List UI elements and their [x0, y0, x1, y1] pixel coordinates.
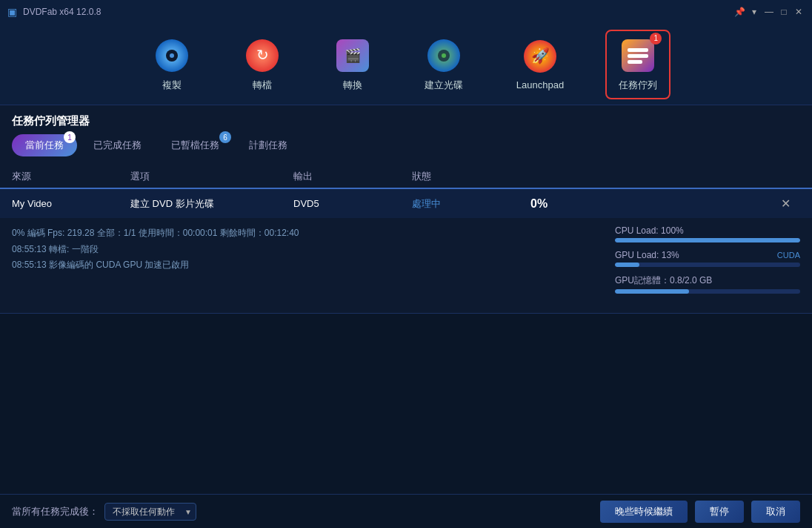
maximize-button[interactable]: □ [778, 6, 790, 18]
table-row: My Video 建立 DVD 影片光碟 DVD5 處理中 0% ✕ 0% 編碼… [0, 189, 812, 314]
copy-icon [153, 37, 190, 74]
mem-label: GPU記憶體：0.8/2.0 GB [615, 274, 712, 287]
main-content: 任務佇列管理器 當前任務 1 已完成任務 已暫檔任務 6 計劃任務 來源 選項 … [0, 105, 812, 314]
col-output: 輸出 [293, 170, 412, 183]
task-close-button[interactable]: ✕ [771, 197, 800, 211]
tab-cancelled[interactable]: 已暫檔任務 6 [158, 134, 233, 156]
completion-label: 當所有任務完成後： [12, 505, 99, 518]
nav-label-copy: 複製 [162, 79, 182, 92]
titlebar-left: ▣ DVDFab x64 12.0.8 [7, 6, 101, 18]
titlebar: ▣ DVDFab x64 12.0.8 📌 ▾ — □ ✕ [0, 0, 812, 24]
log-line-1: 0% 編碼 Fps: 219.28 全部：1/1 使用時間：00:00:01 剩… [12, 225, 299, 242]
svg-point-2 [170, 53, 174, 58]
gpu-bar-container [615, 263, 800, 267]
task-log: 0% 編碼 Fps: 219.28 全部：1/1 使用時間：00:00:01 剩… [12, 225, 299, 301]
transform-icon: 🎬 [334, 37, 371, 74]
gpu-stat-row: GPU Load: 13% CUDA [615, 250, 800, 267]
col-extra [530, 170, 800, 183]
cancel-button[interactable]: 取消 [751, 501, 800, 523]
dropdown-wrapper[interactable]: 不採取任何動作關機休眠登出 ▼ [104, 503, 196, 521]
app-logo: ▣ [7, 6, 17, 18]
task-option: 建立 DVD 影片光碟 [130, 197, 293, 211]
section-title: 任務佇列管理器 [0, 105, 812, 134]
nav-label-queue: 任務佇列 [619, 79, 657, 92]
convert-icon: ↻ [244, 37, 281, 74]
tab-completed[interactable]: 已完成任務 [80, 134, 155, 156]
task-status: 處理中 [412, 197, 530, 211]
svg-text:🚀: 🚀 [531, 47, 550, 65]
col-option: 選項 [130, 170, 293, 183]
footer-right: 晚些時候繼續 暫停 取消 [600, 501, 800, 523]
nav-label-convert: 轉檔 [253, 79, 272, 92]
svg-rect-13 [628, 48, 648, 52]
svg-text:🎬: 🎬 [345, 47, 362, 64]
svg-point-9 [442, 53, 446, 58]
queue-badge: 1 [650, 33, 662, 44]
minimize-button[interactable]: — [763, 6, 775, 18]
col-status: 狀態 [412, 170, 530, 183]
svg-rect-14 [628, 54, 648, 58]
pause-button[interactable]: 暫停 [695, 501, 744, 523]
cpu-stat-row: CPU Load: 100% [615, 225, 800, 242]
footer-left: 當所有任務完成後： 不採取任何動作關機休眠登出 ▼ [12, 503, 196, 521]
gpu-label: GPU Load: 13% [615, 250, 711, 260]
cpu-bar-container [615, 238, 800, 242]
cpu-label: CPU Load: 100% [615, 225, 711, 236]
settings-button[interactable]: ▾ [748, 6, 760, 18]
pin-button[interactable]: 📌 [733, 6, 745, 18]
launchpad-icon: 🚀 [522, 38, 559, 75]
disc-icon [425, 37, 462, 74]
task-percent: 0% [530, 197, 771, 211]
log-line-3: 08:55:13 影像編碼的 CUDA GPU 加速已啟用 [12, 257, 299, 274]
app-title: DVDFab x64 12.0.8 [23, 7, 101, 17]
tab-cancelled-badge: 6 [219, 131, 231, 143]
tab-current[interactable]: 當前任務 1 [12, 134, 77, 156]
cpu-bar [615, 238, 800, 242]
tab-current-badge: 1 [64, 131, 76, 143]
nav-item-queue[interactable]: 1 任務佇列 [605, 30, 670, 99]
nav-item-transform[interactable]: 🎬 轉換 [322, 31, 383, 98]
task-source: My Video [12, 198, 130, 209]
gpu-bar [615, 263, 639, 267]
nav-item-convert[interactable]: ↻ 轉檔 [232, 31, 293, 98]
completion-dropdown[interactable]: 不採取任何動作關機休眠登出 [104, 503, 196, 521]
night-continue-button[interactable]: 晚些時候繼續 [600, 501, 688, 523]
footer: 當所有任務完成後： 不採取任何動作關機休眠登出 ▼ 晚些時候繼續 暫停 取消 [0, 494, 812, 528]
close-button[interactable]: ✕ [793, 6, 805, 18]
nav-label-launchpad: Launchpad [516, 79, 564, 90]
task-output: DVD5 [293, 198, 412, 209]
mem-bar [615, 289, 689, 294]
cuda-label: CUDA [777, 251, 800, 260]
task-details: 0% 編碼 Fps: 219.28 全部：1/1 使用時間：00:00:01 剩… [0, 218, 812, 313]
svg-rect-15 [628, 60, 642, 64]
table-header: 來源 選項 輸出 狀態 [0, 165, 812, 189]
log-line-2: 08:55:13 轉檔: 一階段 [12, 242, 299, 258]
mem-bar-container [615, 289, 800, 294]
titlebar-controls: 📌 ▾ — □ ✕ [733, 6, 805, 18]
nav-item-disc[interactable]: 建立光碟 [413, 31, 475, 98]
nav-label-disc: 建立光碟 [425, 79, 463, 92]
svg-text:↻: ↻ [256, 47, 268, 63]
tab-bar: 當前任務 1 已完成任務 已暫檔任務 6 計劃任務 [0, 134, 812, 165]
task-stats: CPU Load: 100% GPU Load: 13% CUD [615, 225, 800, 301]
task-table: 來源 選項 輸出 狀態 My Video 建立 DVD 影片光碟 DVD5 處理… [0, 165, 812, 314]
task-row-main: My Video 建立 DVD 影片光碟 DVD5 處理中 0% ✕ [0, 189, 812, 218]
top-nav: 複製 ↻ 轉檔 🎬 轉換 [0, 24, 812, 105]
col-source: 來源 [12, 170, 130, 183]
nav-item-copy[interactable]: 複製 [142, 31, 202, 98]
nav-item-launchpad[interactable]: 🚀 Launchpad [505, 32, 576, 96]
tab-scheduled[interactable]: 計劃任務 [236, 134, 301, 156]
mem-stat-row: GPU記憶體：0.8/2.0 GB [615, 274, 800, 294]
nav-label-transform: 轉換 [343, 79, 362, 92]
